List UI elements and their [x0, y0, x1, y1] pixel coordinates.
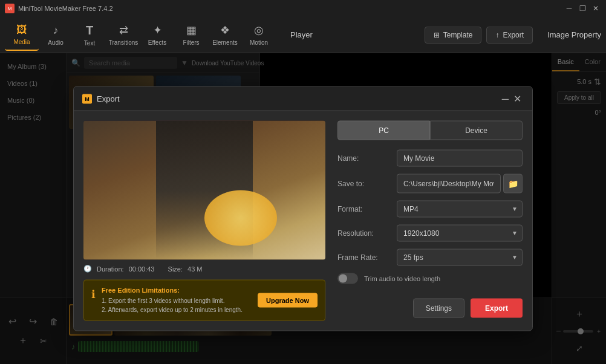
toolbar-label-filters: Filters	[183, 39, 199, 46]
save-to-field-wrapper: 📁	[397, 174, 523, 193]
dialog-title: Export	[97, 94, 500, 103]
format-select-wrapper: MP4 AVI MOV ▼	[397, 201, 523, 218]
effects-icon: ✦	[153, 24, 162, 37]
dialog-footer: Settings Export	[337, 294, 523, 318]
format-select[interactable]: MP4 AVI MOV	[397, 201, 523, 218]
app-title: MiniTool MovieMaker Free 7.4.2	[18, 5, 564, 12]
export-top-button[interactable]: ↑ Export	[486, 27, 533, 44]
motion-icon: ◎	[254, 24, 264, 37]
window-controls: ─ ❐ ✕	[564, 3, 601, 14]
dialog-info-row: 🕐 Duration: 00:00:43 Size: 43 M	[83, 260, 325, 278]
player-label: Player	[290, 30, 313, 39]
toolbar-label-effects: Effects	[148, 39, 166, 46]
size-info-value: 43 M	[187, 265, 202, 272]
titlebar: M MiniTool MovieMaker Free 7.4.2 ─ ❐ ✕	[0, 0, 606, 17]
toolbar-label-transitions: Transitions	[109, 39, 138, 46]
save-to-input[interactable]	[397, 174, 501, 193]
transitions-icon: ⇄	[119, 24, 128, 37]
save-to-row: Save to: 📁	[337, 174, 523, 193]
framerate-select[interactable]: 25 fps 30 fps 60 fps	[397, 249, 523, 266]
toolbar-item-text[interactable]: T Text	[73, 19, 106, 51]
upgrade-now-button[interactable]: Upgrade Now	[258, 293, 318, 308]
duration-label: Duration:	[97, 265, 124, 272]
export-tabs: PC Device	[337, 121, 523, 140]
save-to-label: Save to:	[337, 180, 392, 188]
size-label: Size:	[168, 265, 183, 272]
toolbar-right: ⊞ Template ↑ Export Image Property	[425, 27, 601, 44]
toolbar-label-motion: Motion	[250, 39, 268, 46]
toolbar-item-elements[interactable]: ❖ Elements	[208, 19, 242, 51]
toolbar-label-elements: Elements	[212, 39, 238, 46]
close-button[interactable]: ✕	[590, 3, 601, 14]
toolbar-item-filters[interactable]: ▦ Filters	[174, 19, 208, 51]
toolbar-label-audio: Audio	[48, 39, 64, 46]
clock-icon: 🕐	[83, 265, 92, 273]
restore-button[interactable]: ❐	[577, 3, 588, 14]
dialog-body: 🕐 Duration: 00:00:43 Size: 43 M ℹ Free E…	[74, 111, 532, 331]
template-button[interactable]: ⊞ Template	[425, 27, 482, 44]
toolbar-item-effects[interactable]: ✦ Effects	[140, 19, 174, 51]
image-property-label: Image Property	[547, 30, 601, 39]
warning-icon: ℹ	[91, 288, 96, 301]
framerate-label: Frame Rate:	[337, 253, 392, 262]
warning-line2: 2. Afterwards, export video up to 2 minu…	[102, 305, 252, 314]
framerate-select-wrapper: 25 fps 30 fps 60 fps ▼	[397, 249, 523, 266]
format-label: Format:	[337, 205, 392, 213]
media-icon: 🖼	[16, 24, 27, 36]
wedding-preview	[83, 121, 325, 260]
name-input[interactable]	[397, 150, 523, 167]
resolution-row: Resolution: 1920x1080 1280x720 854x480 ▼	[337, 225, 523, 242]
warning-banner: ℹ Free Edition Limitations: 1. Export th…	[83, 280, 325, 321]
warning-line1: 1. Export the first 3 videos without len…	[102, 296, 252, 305]
toolbar-item-motion[interactable]: ◎ Motion	[242, 19, 276, 51]
resolution-label: Resolution:	[337, 229, 392, 238]
elements-icon: ❖	[220, 24, 230, 37]
name-label: Name:	[337, 154, 392, 163]
toolbar-label-media: Media	[13, 39, 30, 45]
export-top-label: Export	[503, 31, 524, 39]
dialog-settings-section: PC Device Name: Save to: 📁	[337, 121, 523, 321]
warning-text: Free Edition Limitations: 1. Export the …	[102, 287, 252, 314]
resolution-select[interactable]: 1920x1080 1280x720 854x480	[397, 225, 523, 242]
dialog-titlebar: M Export ─ ✕	[74, 87, 532, 111]
export-dialog-button[interactable]: Export	[471, 299, 523, 318]
main-toolbar: 🖼 Media ♪ Audio T Text ⇄ Transitions ✦ E…	[0, 17, 606, 53]
export-icon: ↑	[495, 31, 499, 39]
trim-audio-label: Trim audio to video length	[364, 275, 440, 282]
minimize-button[interactable]: ─	[564, 3, 575, 14]
template-label: Template	[443, 31, 473, 39]
dialog-close-button[interactable]: ✕	[511, 93, 524, 105]
toolbar-label-text: Text	[84, 40, 95, 47]
export-dialog: M Export ─ ✕ 🕐 Duration: 00:00:43	[73, 86, 533, 331]
toggle-row: Trim audio to video length	[337, 273, 523, 284]
warning-title: Free Edition Limitations:	[102, 287, 252, 294]
browse-button[interactable]: 📁	[503, 174, 523, 193]
dialog-app-icon: M	[82, 94, 92, 103]
dialog-minimize-button[interactable]: ─	[500, 93, 511, 104]
toolbar-item-audio[interactable]: ♪ Audio	[39, 19, 73, 51]
trim-audio-toggle[interactable]	[337, 273, 358, 284]
app-icon: M	[5, 4, 15, 13]
duration-info-value: 00:00:43	[129, 265, 155, 272]
wedding-bouquet	[204, 190, 277, 246]
filters-icon: ▦	[186, 24, 197, 37]
dialog-preview-section: 🕐 Duration: 00:00:43 Size: 43 M ℹ Free E…	[83, 121, 325, 321]
toggle-thumb	[339, 275, 347, 283]
template-icon: ⊞	[434, 31, 440, 39]
text-icon: T	[86, 24, 93, 37]
resolution-select-wrapper: 1920x1080 1280x720 854x480 ▼	[397, 225, 523, 242]
format-row: Format: MP4 AVI MOV ▼	[337, 201, 523, 218]
toolbar-item-media[interactable]: 🖼 Media	[5, 19, 39, 51]
framerate-row: Frame Rate: 25 fps 30 fps 60 fps ▼	[337, 249, 523, 266]
toolbar-item-transitions[interactable]: ⇄ Transitions	[106, 19, 140, 51]
tab-pc-button[interactable]: PC	[337, 121, 430, 140]
name-row: Name:	[337, 150, 523, 167]
audio-icon: ♪	[53, 24, 59, 37]
settings-button[interactable]: Settings	[413, 299, 464, 318]
dialog-preview-image	[83, 121, 325, 260]
tab-device-button[interactable]: Device	[430, 121, 523, 140]
